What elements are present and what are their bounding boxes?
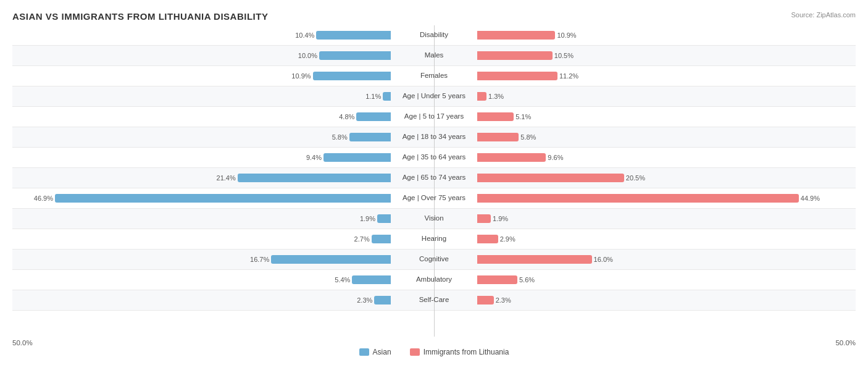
bar-left [372,235,391,243]
bar-right [477,235,498,243]
bar-right [477,133,519,141]
legend-label-asian: Asian [373,348,391,356]
val-right: 1.9% [493,215,508,222]
bar-right [477,51,553,60]
row-label: Ambulatory [391,275,477,284]
row-label: Age | Over 75 years [391,194,477,203]
bar-left [352,275,391,284]
val-right: 10.9% [557,32,576,39]
bar-right [477,194,799,203]
row-label: Vision [391,214,477,223]
bar-left [374,296,391,304]
bar-right [477,112,514,121]
bar-right [477,72,557,80]
val-right: 5.8% [520,133,536,141]
bar-left [356,112,391,121]
legend-label-lithuania: Immigrants from Lithuania [424,348,509,356]
axis-left: 50.0% [12,339,33,346]
legend-item-lithuania: Immigrants from Lithuania [410,348,509,356]
legend-item-asian: Asian [359,348,391,356]
row-label: Age | Under 5 years [391,92,477,101]
row-label: Cognitive [391,255,477,264]
val-left: 4.8% [339,113,354,120]
val-left: 5.4% [335,276,350,284]
val-right: 11.2% [559,72,578,80]
val-left: 1.9% [360,215,375,222]
bar-left [319,51,391,60]
bar-right [477,174,624,182]
axis-right: 50.0% [835,339,856,346]
bar-left [271,255,391,264]
val-right: 2.9% [500,235,515,243]
val-left: 46.9% [34,195,53,202]
bar-right [477,296,494,304]
val-left: 2.7% [354,235,370,243]
legend: Asian Immigrants from Lithuania [12,348,856,356]
val-left: 5.8% [332,133,348,141]
bar-left [316,31,391,40]
val-right: 1.3% [488,93,504,100]
val-left: 10.9% [291,72,311,80]
val-left: 2.3% [357,296,372,304]
val-left: 1.1% [365,93,381,100]
bar-right [477,275,517,284]
bar-left [323,153,391,162]
val-right: 20.5% [626,174,645,182]
row-label: Females [391,72,477,80]
axis-row: 50.0% 50.0% [12,337,856,346]
bar-right [477,153,546,162]
row-label: Age | 65 to 74 years [391,174,477,182]
chart-container: ASIAN VS IMMIGRANTS FROM LITHUANIA DISAB… [0,0,868,378]
bar-right [477,255,592,264]
val-right: 10.5% [554,52,574,59]
val-left: 16.7% [250,256,269,263]
bar-left [377,214,391,223]
val-right: 5.1% [515,113,531,120]
row-label: Males [391,51,477,60]
val-left: 10.0% [298,52,317,59]
val-right: 5.6% [519,276,535,284]
legend-box-asian [359,348,369,356]
source-label: Source: ZipAtlas.com [791,11,856,19]
bar-right [477,31,555,40]
val-right: 16.0% [594,256,613,263]
row-label: Age | 35 to 64 years [391,153,477,162]
val-left: 9.4% [306,154,322,161]
chart-area: Disability10.4%10.9%Males10.0%10.5%Femal… [12,25,856,337]
val-right: 44.9% [801,195,820,202]
row-label: Self-Care [391,296,477,304]
row-label: Hearing [391,235,477,243]
bar-right [477,92,486,101]
val-left: 21.4% [217,174,236,182]
bar-left [55,194,391,203]
row-label: Disability [391,31,477,40]
bar-left [313,72,391,80]
row-label: Age | 18 to 34 years [391,133,477,141]
bar-left [349,133,391,141]
bar-left [238,174,391,182]
val-left: 10.4% [295,32,314,39]
chart-title: ASIAN VS IMMIGRANTS FROM LITHUANIA DISAB… [12,11,856,22]
val-right: 2.3% [496,296,511,304]
row-label: Age | 5 to 17 years [391,112,477,121]
bar-left [383,92,391,101]
val-right: 9.6% [548,154,563,161]
legend-box-lithuania [410,348,420,356]
bar-right [477,214,491,223]
